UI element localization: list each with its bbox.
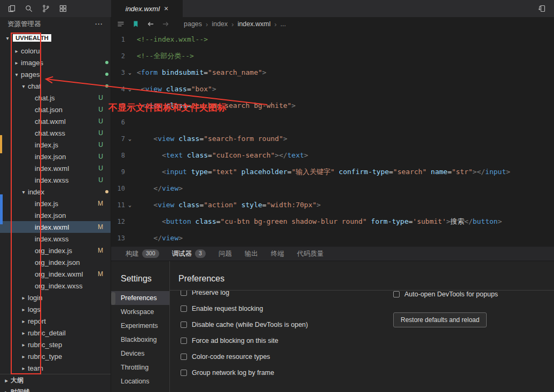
search-icon[interactable] xyxy=(25,4,33,13)
settings-menu-item-experiments[interactable]: Experiments xyxy=(111,319,169,333)
panel-tab-调试器[interactable]: 调试器3 xyxy=(167,247,210,261)
checkbox-box[interactable] xyxy=(181,322,187,328)
tree-folder-report[interactable]: ▸report xyxy=(0,315,111,327)
files-icon[interactable] xyxy=(7,4,16,13)
fold-chevron-icon[interactable]: ⌄ xyxy=(125,103,135,108)
code-line-12[interactable]: 12 <button class="cu-btn bg-green shadow… xyxy=(111,213,554,230)
checkbox-box[interactable] xyxy=(181,370,187,376)
tree-folder-images[interactable]: ▸images xyxy=(0,57,111,68)
tree-folder-login[interactable]: ▸login xyxy=(0,292,111,303)
tree-file-org_index.js[interactable]: org_index.jsM xyxy=(0,245,111,256)
tree-folder-team[interactable]: ▸team xyxy=(0,362,111,374)
tree-folder-chat[interactable]: ▾chat xyxy=(0,80,111,92)
checkbox-box[interactable] xyxy=(181,354,187,360)
fold-chevron-icon[interactable]: ⌄ xyxy=(125,202,135,208)
tree-file-org_index.json[interactable]: org_index.json xyxy=(0,256,111,268)
arrow-right-icon[interactable] xyxy=(161,20,170,28)
menu-icon[interactable] xyxy=(116,20,125,28)
arrow-left-icon[interactable] xyxy=(146,20,155,28)
code-line-3[interactable]: 3⌄<form bindsubmit="search_name"> xyxy=(111,64,554,81)
code-line-11[interactable]: 11⌄ <view class="action" style="width:70… xyxy=(111,197,554,213)
checkbox-force-ad-blocking-on-this-site[interactable]: Force ad blocking on this site xyxy=(181,333,554,349)
code-line-1[interactable]: 1<!--index.wxml--> xyxy=(111,31,554,48)
ide-window: index.wxml × 资源管理器 ⋯ ▾ UVHEALTH ▸colorui… xyxy=(0,0,554,392)
editor-tab[interactable]: index.wxml × xyxy=(111,0,183,17)
outline-section[interactable]: ▸ 大纲 xyxy=(0,374,111,386)
breadcrumb-item[interactable]: pages xyxy=(184,20,202,28)
tree-file-org_index.wxml[interactable]: org_index.wxmlM xyxy=(0,268,111,280)
tree-file-index.wxss[interactable]: index.wxssU xyxy=(0,174,111,186)
code-editor[interactable]: 1<!--index.wxml-->2<!--全部分类-->3⌄<form bi… xyxy=(111,31,554,246)
device-preview-icon[interactable] xyxy=(538,4,547,13)
tree-folder-colorui[interactable]: ▸colorui xyxy=(0,45,111,57)
scrollbar-thumb[interactable] xyxy=(111,292,115,305)
code-line-8[interactable]: 8 <text class="cuIcon-search"></text> xyxy=(111,147,554,163)
tree-folder-rubric_step[interactable]: ▸rubric_step xyxy=(0,339,111,350)
git-branch-icon[interactable] xyxy=(42,4,50,13)
checkbox-box[interactable] xyxy=(393,291,400,297)
breadcrumb-item[interactable]: index.wxml xyxy=(238,20,271,28)
tree-file-org_index.wxss[interactable]: org_index.wxss xyxy=(0,280,111,292)
tree-file-chat.wxss[interactable]: chat.wxssU xyxy=(0,127,111,139)
code-line-7[interactable]: 7⌄ <view class="search-form round"> xyxy=(111,130,554,147)
settings-menu-item-devices[interactable]: Devices xyxy=(111,347,169,360)
tree-root-folder[interactable]: ▾ UVHEALTH xyxy=(0,31,111,45)
panel-tab-label: 问题 xyxy=(219,249,232,258)
extensions-icon[interactable] xyxy=(59,4,67,13)
tree-folder-pages[interactable]: ▾pages xyxy=(0,68,111,80)
fold-chevron-icon[interactable]: ⌄ xyxy=(125,136,135,142)
panel-tab-终端[interactable]: 终端 xyxy=(266,247,289,261)
code-line-5[interactable]: 5⌄ <view class="cu-bar search bg-white"> xyxy=(111,97,554,114)
tree-file-chat.json[interactable]: chat.jsonU xyxy=(0,104,111,115)
line-number: 4 xyxy=(111,85,125,93)
line-number: 11 xyxy=(111,201,125,209)
tree-file-index.json[interactable]: index.jsonU xyxy=(0,151,111,162)
code-line-4[interactable]: 4⌄ <view class="box"> xyxy=(111,81,554,97)
breadcrumb-item[interactable]: ... xyxy=(280,20,286,28)
settings-menu-item-throttling[interactable]: Throttling xyxy=(111,360,169,374)
tree-item-label: images xyxy=(21,59,43,67)
more-actions-icon[interactable]: ⋯ xyxy=(95,19,103,29)
settings-menu-item-workspace[interactable]: Workspace xyxy=(111,305,169,319)
tree-file-index.wxml[interactable]: index.wxmlM xyxy=(0,221,111,233)
breadcrumb-separator: › xyxy=(274,20,276,28)
checkbox-box[interactable] xyxy=(181,338,187,344)
checkbox-auto-open-devtools-for-popups[interactable]: Auto-open DevTools for popups xyxy=(393,289,532,300)
tree-file-index.wxml[interactable]: index.wxmlU xyxy=(0,162,111,174)
tree-file-chat.wxml[interactable]: chat.wxmlU xyxy=(0,115,111,127)
code-line-6[interactable]: 6 xyxy=(111,114,554,130)
checkbox-color-code-resource-types[interactable]: Color-code resource types xyxy=(181,349,554,365)
tree-folder-rubric_detail[interactable]: ▸rubric_detail xyxy=(0,327,111,339)
tree-folder-rubric_type[interactable]: ▸rubric_type xyxy=(0,350,111,362)
tree-folder-index[interactable]: ▾index xyxy=(0,186,111,198)
tree-folder-logs[interactable]: ▸logs xyxy=(0,303,111,315)
timeline-section[interactable]: ▸ 时间线 xyxy=(0,386,111,392)
bookmark-icon[interactable] xyxy=(131,20,140,28)
panel-tab-问题[interactable]: 问题 xyxy=(214,247,237,261)
panel-tab-构建[interactable]: 构建300 xyxy=(121,247,164,261)
tree-file-index.js[interactable]: index.jsU xyxy=(0,139,111,151)
panel-tab-输出[interactable]: 输出 xyxy=(240,247,263,261)
tree-file-index.json[interactable]: index.json xyxy=(0,209,111,221)
tree-file-index.js[interactable]: index.jsM xyxy=(0,198,111,209)
fold-chevron-icon[interactable]: ⌄ xyxy=(125,69,135,75)
checkbox-box[interactable] xyxy=(181,305,187,312)
fold-chevron-icon[interactable]: ⌄ xyxy=(125,86,135,92)
checkbox-group-network-log-by-frame[interactable]: Group network log by frame xyxy=(181,365,554,381)
panel-tab-代码质量[interactable]: 代码质量 xyxy=(292,247,329,261)
settings-menu-item-locations[interactable]: Locations xyxy=(111,374,169,388)
breadcrumb-item[interactable]: index xyxy=(212,20,228,28)
code-line-2[interactable]: 2<!--全部分类--> xyxy=(111,48,554,64)
folder-change-dot xyxy=(105,73,108,76)
tree-file-chat.js[interactable]: chat.jsU xyxy=(0,92,111,104)
checkbox-label: Disable cache (while DevTools is open) xyxy=(192,321,308,328)
close-icon[interactable]: × xyxy=(164,4,168,13)
settings-menu-item-blackboxing[interactable]: Blackboxing xyxy=(111,333,169,347)
code-line-10[interactable]: 10 </view> xyxy=(111,180,554,197)
restore-defaults-button[interactable]: Restore defaults and reload xyxy=(393,312,487,327)
code-line-9[interactable]: 9 <input type="text" placeholder="输入关键字"… xyxy=(111,163,554,180)
code-line-13[interactable]: 13 </view> xyxy=(111,230,554,246)
tree-file-index.wxss[interactable]: index.wxss xyxy=(0,233,111,245)
settings-menu-item-preferences[interactable]: Preferences xyxy=(111,291,169,305)
checkbox-box[interactable] xyxy=(181,291,187,296)
